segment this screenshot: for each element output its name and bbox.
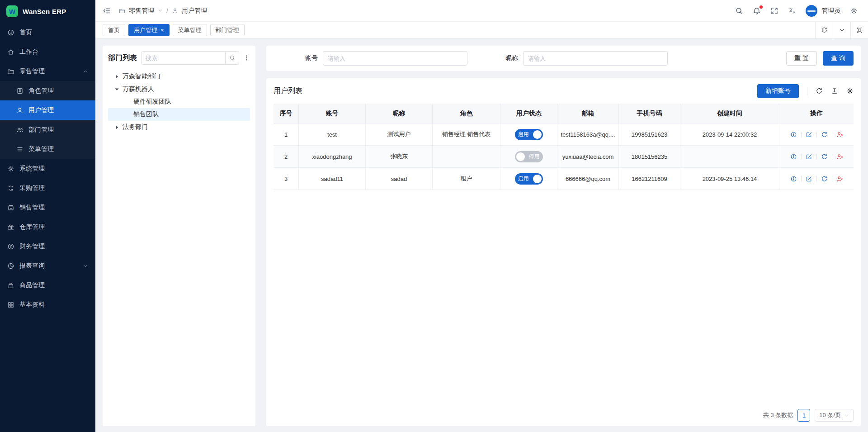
main-column: 零售管理 / 用户管理 文A 管理员	[95, 0, 868, 432]
folder-icon	[7, 68, 14, 75]
account-field-group: 账号	[305, 51, 467, 66]
reset-button[interactable]: 重 置	[786, 51, 817, 66]
column-settings-icon[interactable]	[846, 87, 854, 95]
sidebar-item-warehouse[interactable]: 仓库管理	[0, 217, 95, 237]
chevron-down-icon[interactable]	[158, 8, 163, 13]
tab-1[interactable]: 用户管理×	[128, 24, 170, 36]
row-delete-user-icon[interactable]	[836, 176, 843, 182]
cell-operations	[779, 168, 854, 190]
tree-item[interactable]: 法务部门	[108, 121, 250, 133]
row-height-icon[interactable]	[831, 87, 838, 95]
column-header: 邮箱	[557, 104, 619, 123]
row-reset-icon[interactable]	[821, 131, 828, 138]
tree-item[interactable]: 硬件研发团队	[108, 95, 250, 108]
row-detail-icon[interactable]	[790, 153, 797, 160]
search-button[interactable]: 查 询	[823, 51, 854, 66]
page-size-select[interactable]: 10 条/页	[815, 409, 854, 422]
menu-list-icon	[16, 146, 24, 153]
tab-2[interactable]: 菜单管理	[173, 24, 207, 36]
settings-gear-icon[interactable]	[850, 7, 858, 15]
cell-created: 2023-09-14 22:00:32	[680, 123, 779, 145]
row-edit-icon[interactable]	[806, 131, 812, 138]
tab-label: 用户管理	[134, 26, 157, 34]
caret-right-icon[interactable]	[113, 124, 120, 131]
dept-more-icon[interactable]	[243, 54, 250, 62]
tree-item[interactable]: 销售团队	[108, 108, 250, 121]
sidebar-item-system[interactable]: 系统管理	[0, 159, 95, 178]
row-edit-icon[interactable]	[806, 176, 812, 182]
tree-item-label: 法务部门	[123, 123, 148, 131]
sidebar-item-report[interactable]: 报表查询	[0, 256, 95, 275]
fullscreen-icon[interactable]	[770, 7, 778, 15]
nickname-label: 昵称	[505, 54, 518, 62]
app-logo: W WanSen ERP	[0, 0, 95, 23]
user-table: 序号账号昵称角色用户状态邮箱手机号码创建时间操作 1test测试用户销售经理 销…	[274, 104, 854, 404]
row-detail-icon[interactable]	[790, 131, 797, 138]
row-detail-icon[interactable]	[790, 176, 797, 182]
sidebar-item-dept[interactable]: 部门管理	[0, 120, 95, 139]
breadcrumb-parent[interactable]: 零售管理	[129, 7, 154, 15]
tab-0[interactable]: 首页	[103, 24, 125, 36]
sidebar-item-label: 角色管理	[28, 87, 54, 95]
chevron-down-icon	[83, 263, 88, 269]
translate-icon[interactable]: 文A	[788, 7, 796, 15]
role-icon	[16, 87, 24, 95]
row-reset-icon[interactable]	[821, 176, 828, 182]
caret-right-icon[interactable]	[113, 73, 120, 80]
column-header: 用户状态	[500, 104, 557, 123]
refresh-icon[interactable]	[816, 87, 823, 95]
user-icon	[16, 107, 24, 114]
sidebar-item-sales[interactable]: 销售管理	[0, 198, 95, 217]
sidebar-item-purchase[interactable]: 采购管理	[0, 178, 95, 198]
tabs-dropdown-button[interactable]	[833, 22, 850, 38]
cell-phone: 19985151623	[619, 123, 680, 145]
notification-dot	[760, 5, 763, 9]
sidebar-item-retail[interactable]: 零售管理	[0, 62, 95, 81]
user-menu[interactable]: 管理员	[806, 5, 840, 17]
row-edit-icon[interactable]	[806, 153, 812, 160]
cell-account: test	[299, 123, 366, 145]
tree-item[interactable]: 万森机器人	[108, 83, 250, 95]
search-icon[interactable]	[735, 7, 743, 15]
row-delete-user-icon[interactable]	[836, 131, 843, 138]
nickname-field-group: 昵称	[505, 51, 668, 66]
sidebar-item-goods[interactable]: 商品管理	[0, 275, 95, 295]
cell-roles: 租户	[433, 168, 500, 190]
nickname-input[interactable]	[523, 51, 668, 66]
sidebar-item-finance[interactable]: 财务管理	[0, 237, 95, 256]
sidebar-item-home[interactable]: 首页	[0, 23, 95, 42]
tree-item[interactable]: 万森智能部门	[108, 70, 250, 83]
row-delete-user-icon[interactable]	[836, 153, 843, 160]
sidebar-item-user[interactable]: 用户管理	[0, 100, 95, 120]
status-toggle[interactable]: 停用	[515, 151, 543, 162]
add-account-button[interactable]: 新增账号	[757, 84, 799, 98]
table-row: 2xiaodongzhang张晓东停用yuxiuaa@tecia.com1801…	[274, 146, 854, 168]
filter-actions: 重 置 查 询	[786, 51, 854, 66]
account-input[interactable]	[323, 51, 467, 66]
sidebar-item-basic[interactable]: 基本资料	[0, 295, 95, 314]
status-toggle[interactable]: 启用	[515, 129, 543, 140]
close-icon[interactable]: ×	[160, 27, 164, 33]
sidebar-item-role[interactable]: 角色管理	[0, 81, 95, 100]
refresh-tabs-button[interactable]	[815, 22, 833, 38]
user-icon	[172, 8, 178, 14]
tab-3[interactable]: 部门管理	[210, 24, 245, 36]
maximize-button[interactable]	[850, 22, 868, 38]
refresh-icon	[821, 27, 828, 33]
cell-created: 2023-09-25 13:46:14	[680, 168, 779, 190]
sidebar-item-menu[interactable]: 菜单管理	[0, 139, 95, 159]
sidebar-item-label: 用户管理	[28, 106, 54, 114]
dept-search-input[interactable]	[142, 55, 225, 62]
table-row: 3sadad11sadad租户启用666666@qq.com1662121160…	[274, 168, 854, 190]
avatar[interactable]	[806, 5, 817, 17]
caret-down-icon[interactable]	[113, 86, 120, 93]
sidebar-item-workbench[interactable]: 工作台	[0, 42, 95, 62]
notification-bell-icon[interactable]	[753, 7, 761, 15]
dept-search-button[interactable]	[225, 52, 239, 64]
status-toggle[interactable]: 启用	[515, 173, 543, 185]
page-button-1[interactable]: 1	[797, 409, 810, 422]
row-reset-icon[interactable]	[821, 153, 828, 160]
toggle-knob	[533, 130, 542, 139]
collapse-sidebar-icon[interactable]	[103, 7, 111, 15]
cell-status: 启用	[500, 123, 557, 145]
